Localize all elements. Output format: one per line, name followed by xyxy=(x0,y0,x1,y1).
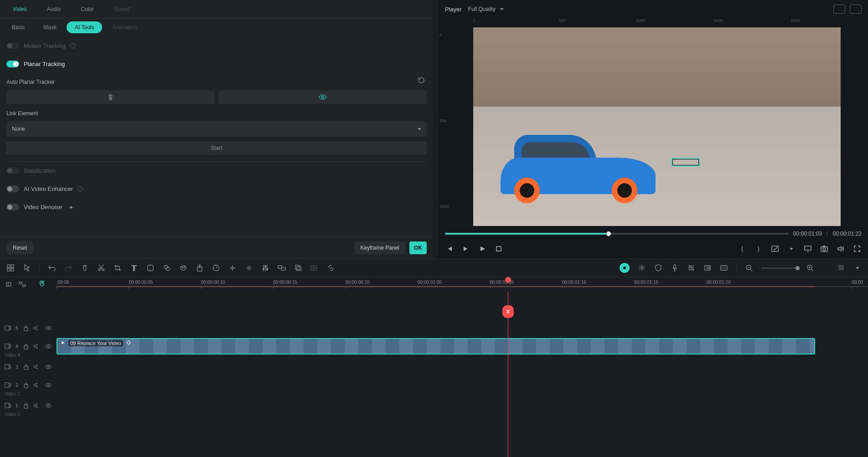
shape-icon[interactable] xyxy=(146,264,155,272)
layout-icon[interactable] xyxy=(6,264,15,272)
chevron-down-icon[interactable] xyxy=(853,264,862,272)
mute-icon[interactable] xyxy=(34,381,40,389)
eye-icon[interactable] xyxy=(45,401,52,410)
undo-icon[interactable] xyxy=(48,264,56,272)
video-clip[interactable]: 09 Replace Your Video xyxy=(57,338,815,354)
play-button[interactable] xyxy=(478,244,487,253)
playhead-grip[interactable]: X xyxy=(502,305,514,318)
quality-dropdown[interactable]: Full Quality xyxy=(468,6,504,12)
keyframe-panel-button[interactable]: Keyframe Panel xyxy=(354,241,406,254)
player-panel: Player Full Quality 0 500 1000 1500 2000… xyxy=(439,0,868,259)
video-denoise-toggle[interactable] xyxy=(6,204,19,211)
eye-icon[interactable] xyxy=(45,324,52,332)
picture-view-icon[interactable] xyxy=(850,5,862,14)
lock-icon[interactable] xyxy=(23,324,29,332)
timeline-toolbar xyxy=(0,259,868,277)
cut-icon[interactable] xyxy=(97,264,105,272)
redo-icon xyxy=(64,264,72,272)
export-frame-icon[interactable] xyxy=(770,244,780,253)
eye-icon[interactable] xyxy=(45,381,52,389)
lock-icon[interactable] xyxy=(23,342,29,350)
svg-rect-34 xyxy=(707,267,709,269)
mic-icon[interactable] xyxy=(671,264,679,272)
export-icon[interactable] xyxy=(196,264,204,272)
link-element-select[interactable]: None xyxy=(6,121,427,137)
ai-tools-icon[interactable] xyxy=(620,263,630,273)
marker-icon[interactable] xyxy=(703,264,712,272)
mask-icon[interactable] xyxy=(179,264,187,272)
svg-rect-41 xyxy=(5,326,9,330)
reset-button[interactable]: Reset xyxy=(6,241,33,254)
delete-icon[interactable] xyxy=(81,264,89,272)
lane-icon[interactable] xyxy=(18,280,26,288)
prev-frame-button[interactable] xyxy=(445,244,454,253)
start-button[interactable]: Start xyxy=(6,141,427,155)
tab-video[interactable]: Video xyxy=(4,2,36,16)
planar-tracking-toggle[interactable] xyxy=(6,61,19,67)
snap-icon[interactable] xyxy=(5,280,13,288)
list-view-icon[interactable] xyxy=(837,264,845,272)
mute-icon[interactable] xyxy=(34,401,40,410)
crop-icon[interactable] xyxy=(114,264,122,272)
mute-icon[interactable] xyxy=(34,324,40,332)
mark-in-button[interactable]: { xyxy=(738,244,747,253)
timeline-ruler[interactable]: :00:00 00:00:00:05 00:00:00:10 00:00:00:… xyxy=(57,277,868,292)
mute-icon[interactable] xyxy=(34,342,40,350)
delete-tracker-button[interactable] xyxy=(6,90,215,104)
mute-icon[interactable] xyxy=(34,363,40,371)
motion-tracking-toggle xyxy=(6,42,19,49)
info-icon[interactable]: ? xyxy=(70,43,76,48)
copy-icon[interactable] xyxy=(294,264,302,272)
tab-audio[interactable]: Audio xyxy=(37,2,70,16)
svg-point-29 xyxy=(313,267,315,269)
mark-out-button[interactable]: } xyxy=(754,244,763,253)
shield-icon[interactable] xyxy=(654,264,662,272)
tab-basic[interactable]: Basic xyxy=(4,21,33,33)
next-frame-button[interactable] xyxy=(461,244,470,253)
tab-color[interactable]: Color xyxy=(72,2,103,16)
refresh-icon[interactable] xyxy=(416,75,427,86)
tab-mask[interactable]: Mask xyxy=(35,21,65,33)
tab-ai-tools[interactable]: AI Tools xyxy=(67,21,102,33)
audio-icon[interactable] xyxy=(687,264,695,272)
lock-icon[interactable] xyxy=(23,401,29,410)
text-icon[interactable] xyxy=(130,264,138,272)
monitor-icon[interactable] xyxy=(803,244,812,253)
view-tracker-button[interactable] xyxy=(218,90,427,104)
zoom-in-icon[interactable] xyxy=(806,264,814,272)
ai-enhancer-toggle[interactable] xyxy=(6,185,19,192)
clip-title: 09 Replace Your Video xyxy=(68,340,123,346)
speed-icon[interactable] xyxy=(212,264,220,272)
info-icon[interactable]: ? xyxy=(78,186,83,191)
track-icon[interactable] xyxy=(228,264,237,272)
svg-rect-7 xyxy=(11,265,14,267)
video-viewer[interactable]: 0 500 1000 xyxy=(439,25,868,229)
volume-icon[interactable] xyxy=(836,244,845,253)
caption-icon[interactable] xyxy=(720,264,728,272)
cursor-icon[interactable] xyxy=(23,264,31,272)
magnet-icon[interactable] xyxy=(38,280,46,288)
player-scrubber[interactable] xyxy=(445,233,789,235)
adjust-icon[interactable] xyxy=(261,264,269,272)
link-element-label: Link Element xyxy=(6,110,38,117)
caret-up-icon[interactable] xyxy=(69,206,73,208)
ok-button[interactable]: OK xyxy=(409,241,427,254)
lock-icon[interactable] xyxy=(23,381,29,389)
zoom-out-icon[interactable] xyxy=(745,264,753,272)
fullscreen-icon[interactable] xyxy=(852,244,862,253)
chevron-down-icon[interactable] xyxy=(787,244,796,253)
playhead[interactable]: X xyxy=(508,292,508,457)
link-icon[interactable] xyxy=(327,264,335,272)
timeline-lanes[interactable]: X 09 Replace Your Video xyxy=(57,292,868,457)
lock-icon[interactable] xyxy=(23,363,29,371)
tracker-rect[interactable] xyxy=(672,158,700,166)
zoom-slider[interactable] xyxy=(761,267,798,269)
compare-view-icon[interactable] xyxy=(833,5,845,14)
eye-icon[interactable] xyxy=(45,342,52,350)
gear-icon[interactable] xyxy=(638,264,646,272)
effects-icon[interactable] xyxy=(163,264,171,272)
group-icon[interactable] xyxy=(278,264,286,272)
eye-icon[interactable] xyxy=(45,363,52,371)
stop-button[interactable] xyxy=(494,244,503,253)
snapshot-icon[interactable] xyxy=(820,244,829,253)
